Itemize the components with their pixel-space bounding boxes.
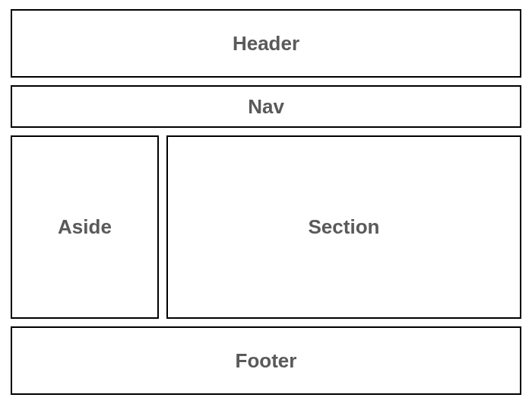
header-label: Header bbox=[233, 32, 299, 56]
layout-diagram: Header Nav Aside Section Footer bbox=[0, 0, 532, 404]
nav-region: Nav bbox=[11, 85, 521, 128]
section-region: Section bbox=[166, 135, 521, 319]
header-region: Header bbox=[11, 9, 521, 78]
footer-label: Footer bbox=[236, 349, 297, 373]
aside-region: Aside bbox=[11, 135, 159, 319]
nav-label: Nav bbox=[248, 95, 284, 119]
middle-row: Aside Section bbox=[11, 135, 521, 319]
section-label: Section bbox=[309, 215, 380, 239]
footer-region: Footer bbox=[11, 326, 521, 395]
aside-label: Aside bbox=[58, 215, 112, 239]
